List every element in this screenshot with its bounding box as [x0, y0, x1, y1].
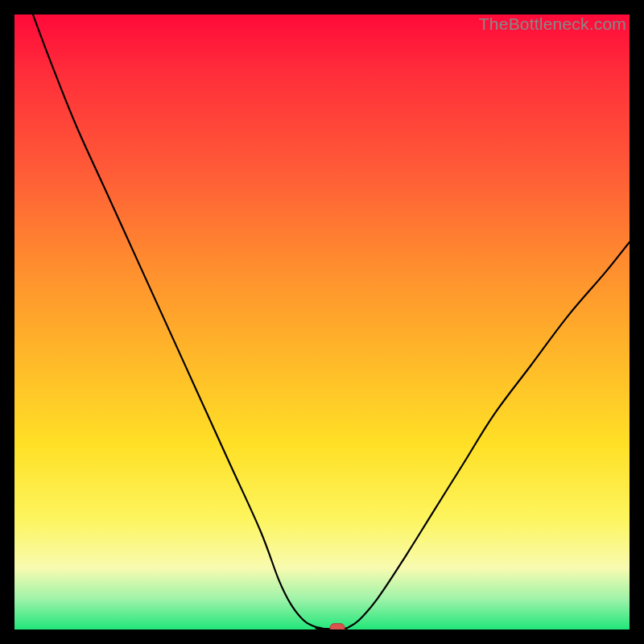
chart-frame: TheBottleneck.com — [14, 14, 630, 630]
watermark-text: TheBottleneck.com — [479, 14, 626, 34]
chart-svg — [14, 14, 630, 630]
bottleneck-curve — [33, 14, 630, 629]
curve-left-branch — [33, 14, 328, 629]
optimal-point-marker — [330, 624, 345, 630]
curve-right-branch — [347, 242, 630, 629]
